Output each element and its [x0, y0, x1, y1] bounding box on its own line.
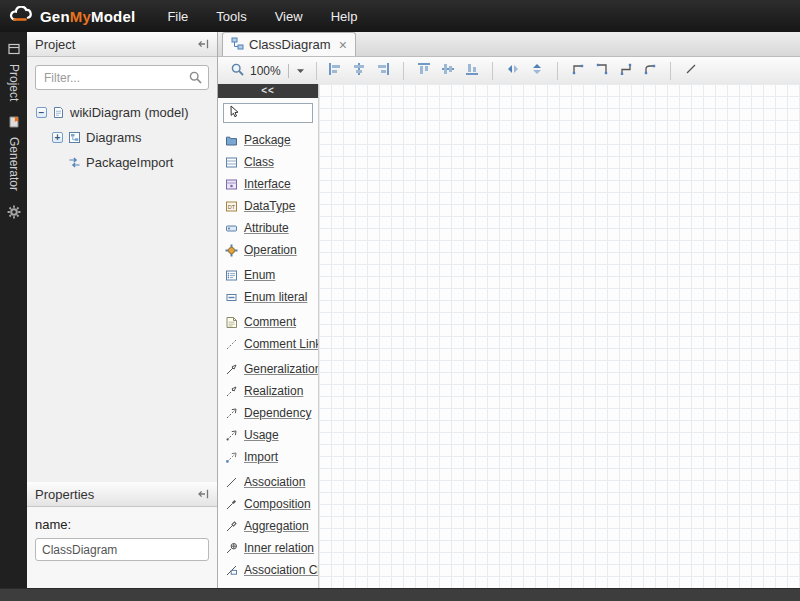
palette-item-class[interactable]: Class — [218, 151, 318, 173]
settings-gear-icon[interactable] — [7, 205, 21, 223]
palette-item-association[interactable]: Association — [218, 471, 318, 493]
filter-input[interactable] — [35, 65, 209, 90]
align-top-button[interactable] — [413, 60, 435, 82]
project-tree: − wikiDiagram (model) + Diagrams Package… — [27, 94, 217, 181]
diagram-icon — [68, 131, 81, 144]
selection-tool[interactable] — [223, 103, 313, 123]
comment-icon — [225, 316, 238, 329]
route-curved-button[interactable] — [639, 60, 661, 82]
route-corner-up-button[interactable] — [567, 60, 589, 82]
palette-item-label: Enum literal — [244, 290, 307, 304]
palette-item-label: Association Cl... — [244, 563, 319, 577]
align-bottom-button[interactable] — [461, 60, 483, 82]
align-center-icon — [352, 62, 366, 80]
palette-item-comment-link[interactable]: Comment Link — [218, 333, 318, 355]
align-center-button[interactable] — [348, 60, 370, 82]
diagram-canvas[interactable] — [319, 84, 800, 588]
menu-view[interactable]: View — [261, 2, 317, 31]
tab-label: ClassDiagram — [249, 37, 331, 52]
tab-classdiagram[interactable]: ClassDiagram × — [222, 32, 356, 56]
top-menubar: GenMyModel FileToolsViewHelp — [0, 0, 800, 32]
zoom-control[interactable]: 100% — [226, 60, 309, 82]
tree-item-wikidiagram-model[interactable]: − wikiDiagram (model) — [31, 100, 213, 125]
palette-item-enum[interactable]: Enum — [218, 264, 318, 286]
menu-file[interactable]: File — [153, 2, 202, 31]
datatype-icon: DT — [225, 200, 238, 213]
palette-item-label: Operation — [244, 243, 297, 257]
pin-icon[interactable] — [197, 488, 209, 500]
brand-gen: Gen — [40, 8, 70, 25]
search-icon — [188, 70, 203, 89]
side-tab-project[interactable]: Project — [7, 64, 21, 101]
menu-tools[interactable]: Tools — [202, 2, 260, 31]
palette-item-realization[interactable]: Realization — [218, 380, 318, 402]
composition-icon — [225, 498, 238, 511]
tree-toggle-icon[interactable]: + — [52, 132, 63, 143]
palette-item-import[interactable]: Import — [218, 446, 318, 468]
palette-item-label: Aggregation — [244, 519, 309, 533]
menu-help[interactable]: Help — [317, 2, 372, 31]
palette-item-composition[interactable]: Composition — [218, 493, 318, 515]
project-panel-header: Project — [27, 32, 217, 57]
palette-item-comment[interactable]: Comment — [218, 311, 318, 333]
align-left-button[interactable] — [324, 60, 346, 82]
side-tab-generator[interactable]: Generator — [7, 137, 21, 191]
palette-collapse-button[interactable]: << — [218, 84, 318, 98]
palette-item-enum-literal[interactable]: Enum literal — [218, 286, 318, 308]
palette-item-operation[interactable]: Operation — [218, 239, 318, 261]
brand-name: GenMyModel — [40, 8, 135, 25]
toolbar-separator — [316, 62, 317, 80]
flip-vertical-button[interactable] — [526, 60, 548, 82]
palette-item-dependency[interactable]: Dependency — [218, 402, 318, 424]
palette-item-association-cl[interactable]: Association Cl... — [218, 559, 318, 581]
palette-item-label: Interface — [244, 177, 291, 191]
align-right-button[interactable] — [372, 60, 394, 82]
caret-down-icon[interactable] — [296, 64, 305, 78]
tree-toggle-icon[interactable]: − — [36, 107, 47, 118]
tab-close-icon[interactable]: × — [339, 38, 347, 52]
filter-row — [27, 57, 217, 94]
tree-item-diagrams[interactable]: + Diagrams — [31, 125, 213, 150]
flip-horizontal-button[interactable] — [502, 60, 524, 82]
menubar: FileToolsViewHelp — [153, 2, 371, 31]
palette-item-aggregation[interactable]: Aggregation — [218, 515, 318, 537]
route-straight-icon — [684, 62, 698, 80]
palette-item-attribute[interactable]: Attribute — [218, 217, 318, 239]
interface-icon — [225, 178, 238, 191]
generalization-icon — [225, 363, 238, 376]
palette-item-datatype[interactable]: DT DataType — [218, 195, 318, 217]
palette-items: Package Class Interface DT DataType Attr… — [218, 127, 318, 588]
palette-item-package[interactable]: Package — [218, 129, 318, 151]
tree-node-label: wikiDiagram (model) — [70, 105, 188, 120]
pin-icon[interactable] — [197, 38, 209, 50]
flip-horizontal-icon — [506, 62, 520, 80]
route-straight-button[interactable] — [680, 60, 702, 82]
attribute-icon — [225, 222, 238, 235]
align-right-icon — [376, 62, 390, 80]
properties-panel-header: Properties — [27, 482, 217, 507]
association-class-icon — [225, 564, 238, 577]
align-middle-button[interactable] — [437, 60, 459, 82]
properties-body: name: — [27, 507, 217, 571]
diagram-tab-icon — [231, 37, 244, 53]
palette-item-label: Usage — [244, 428, 279, 442]
palette-item-interface[interactable]: Interface — [218, 173, 318, 195]
toolbar-separator — [670, 62, 671, 80]
palette-item-generalization[interactable]: Generalization — [218, 358, 318, 380]
enum-literal-icon — [225, 291, 238, 304]
project-panel-title: Project — [35, 37, 197, 52]
zoom-icon — [230, 62, 245, 80]
flip-vertical-icon — [530, 62, 544, 80]
route-double-elbow-button[interactable] — [615, 60, 637, 82]
palette-item-label: Comment — [244, 315, 296, 329]
align-left-icon — [328, 62, 342, 80]
palette-item-label: DataType — [244, 199, 295, 213]
palette-group: Enum Enum literal — [218, 264, 318, 308]
project-panel: Project − wikiDiagram (model) + Diagrams… — [27, 32, 218, 482]
dependency-icon — [225, 407, 238, 420]
property-name-input[interactable] — [35, 538, 209, 561]
route-corner-down-button[interactable] — [591, 60, 613, 82]
palette-item-usage[interactable]: Usage — [218, 424, 318, 446]
tree-item-packageimport[interactable]: PackageImport — [31, 150, 213, 175]
palette-item-inner-relation[interactable]: Inner relation — [218, 537, 318, 559]
